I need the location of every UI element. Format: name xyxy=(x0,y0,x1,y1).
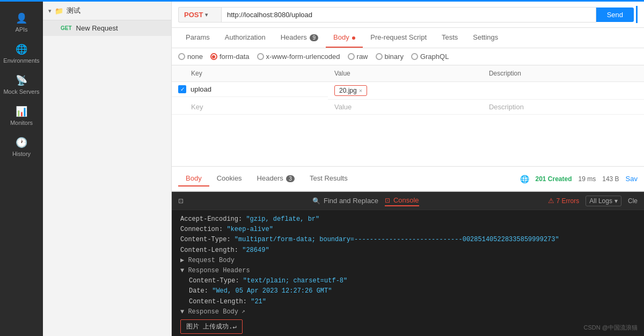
row-key-cell: ✓ upload xyxy=(172,82,328,97)
watermark: CSDN @中国流浪猫 xyxy=(584,324,638,332)
console-section-request-body[interactable]: ▶ Request Body xyxy=(180,256,635,266)
console-value: "multipart/form-data; boundary=---------… xyxy=(235,236,559,243)
console-key: Connection: xyxy=(180,226,226,233)
body-dot xyxy=(352,36,355,40)
request-body-label: ▶ Request Body xyxy=(180,257,235,264)
tab-params[interactable]: Params xyxy=(178,28,217,48)
sidebar-item-history[interactable]: 🕐 History xyxy=(0,131,43,162)
tab-tests[interactable]: Tests xyxy=(434,28,465,48)
sidebar-item-apis[interactable]: 👤 APIs xyxy=(0,7,43,38)
response-tab-headers[interactable]: Headers 3 xyxy=(250,171,302,186)
console-key: Content-Type: xyxy=(189,277,243,285)
radio-form-data[interactable]: form-data xyxy=(210,53,250,61)
radio-form-data-label: form-data xyxy=(219,53,250,61)
response-time: 19 ms xyxy=(579,175,596,183)
response-body-box: 图片 上传成功.↵ xyxy=(180,319,243,334)
radio-graphql-label: GraphQL xyxy=(420,53,449,61)
tab-console[interactable]: ⊡ Console xyxy=(385,195,419,206)
request-name: New Request xyxy=(76,24,118,32)
col-key-header: Key xyxy=(172,65,328,82)
radio-urlencoded-circle xyxy=(257,53,264,60)
request-bar: POST ▾ Send xyxy=(172,2,644,28)
console-line-resp-date: Date: "Wed, 05 Apr 2023 12:27:26 GMT" xyxy=(189,286,635,296)
sidebar-item-monitors-label: Monitors xyxy=(10,120,33,126)
sidebar-item-history-label: History xyxy=(12,151,31,157)
collection-header[interactable]: ▾ 📁 测试 xyxy=(43,2,171,20)
response-tab-test-results[interactable]: Test Results xyxy=(302,171,355,186)
form-table: Key Value Description ✓ upload xyxy=(172,65,644,115)
radio-graphql[interactable]: GraphQL xyxy=(411,53,449,61)
sidebar-item-monitors[interactable]: 📊 Monitors xyxy=(0,100,43,131)
sidebar-item-apis-label: APIs xyxy=(15,26,27,33)
headers-badge: 9 xyxy=(310,34,318,41)
tab-headers[interactable]: Headers 9 xyxy=(273,28,326,48)
bottom-panel: ⊡ 🔍 Find and Replace ⊡ Console ⚠ 7 Error… xyxy=(172,191,644,336)
radio-raw[interactable]: raw xyxy=(348,53,368,61)
radio-none[interactable]: none xyxy=(178,53,203,61)
response-tab-cookies[interactable]: Cookies xyxy=(209,171,250,186)
response-tab-body[interactable]: Body xyxy=(178,171,209,186)
mock-servers-icon: 📡 xyxy=(16,74,27,86)
tab-pre-request[interactable]: Pre-request Script xyxy=(363,28,434,48)
send-button[interactable]: Send xyxy=(596,8,634,22)
console-value: "21" xyxy=(251,298,266,305)
errors-count: 7 Errors xyxy=(557,197,580,205)
logs-select[interactable]: All Logs ▾ xyxy=(586,196,621,206)
clear-button[interactable]: Cle xyxy=(628,197,638,205)
method-select[interactable]: POST ▾ xyxy=(178,7,221,23)
placeholder-desc[interactable]: Description xyxy=(482,100,644,115)
row-checkbox[interactable]: ✓ xyxy=(178,85,186,93)
folder-icon: 📁 xyxy=(55,7,63,15)
radio-urlencoded[interactable]: x-www-form-urlencoded xyxy=(257,53,340,61)
history-icon: 🕐 xyxy=(16,137,27,148)
console-icon: ⊡ xyxy=(385,197,390,204)
logs-label: All Logs xyxy=(589,197,612,205)
request-tabs: Params Authorization Headers 9 Body Pre-… xyxy=(172,28,644,48)
radio-raw-label: raw xyxy=(357,53,368,61)
tab-settings[interactable]: Settings xyxy=(465,28,506,48)
response-body-expand-icon[interactable]: ↗ xyxy=(241,307,245,317)
console-value: "28649" xyxy=(242,247,269,254)
globe-icon[interactable]: 🌐 xyxy=(520,175,529,183)
console-key: Content-Type: xyxy=(180,236,235,243)
method-badge: GET xyxy=(61,25,72,31)
remove-value-icon[interactable]: × xyxy=(359,87,362,94)
response-bar: Body Cookies Headers 3 Test Results 🌐 20… xyxy=(172,166,644,191)
console-section-response-headers[interactable]: ▼ Response Headers xyxy=(180,266,635,276)
table-row: ✓ upload 20.jpg × xyxy=(172,82,644,100)
row-desc-cell xyxy=(482,82,644,100)
console-section-response-body[interactable]: ▼ Response Body ↗ xyxy=(180,307,635,317)
placeholder-key[interactable]: Key xyxy=(172,100,328,115)
sidebar: 👤 APIs 🌐 Environments 📡 Mock Servers 📊 M… xyxy=(0,2,43,336)
console-line-resp-content-length: Content-Length: "21" xyxy=(189,297,635,307)
col-value-header: Value xyxy=(328,65,482,82)
left-panel: ▾ 📁 测试 GET New Request xyxy=(43,2,172,336)
tab-body[interactable]: Body xyxy=(326,28,363,48)
expand-icon[interactable]: ⊡ xyxy=(178,197,184,205)
radio-graphql-circle xyxy=(411,53,418,60)
tab-authorization[interactable]: Authorization xyxy=(217,28,273,48)
value-tag: 20.jpg × xyxy=(334,85,367,96)
sidebar-item-mock-servers[interactable]: 📡 Mock Servers xyxy=(0,69,43,100)
errors-badge: ⚠ 7 Errors xyxy=(548,197,580,205)
radio-form-data-circle xyxy=(210,53,217,60)
response-body-section: 图片 上传成功.↵ xyxy=(180,319,635,334)
logs-chevron-icon: ▾ xyxy=(614,197,618,205)
tab-find-replace[interactable]: 🔍 Find and Replace xyxy=(312,196,378,206)
monitors-icon: 📊 xyxy=(16,106,27,117)
console-value: "text/plain; charset=utf-8" xyxy=(243,277,347,285)
value-cell: 20.jpg × xyxy=(334,85,476,96)
radio-binary[interactable]: binary xyxy=(376,53,404,61)
url-input[interactable] xyxy=(221,7,596,23)
request-item[interactable]: GET New Request xyxy=(43,20,171,36)
method-label: POST xyxy=(184,11,203,19)
warn-icon: ⚠ xyxy=(548,197,554,205)
radio-urlencoded-label: x-www-form-urlencoded xyxy=(266,53,340,61)
radio-raw-circle xyxy=(348,53,355,60)
radio-none-circle xyxy=(178,53,185,60)
console-value: "Wed, 05 Apr 2023 12:27:26 GMT" xyxy=(212,287,332,295)
collection-title: 测试 xyxy=(67,6,80,16)
save-button[interactable]: Sav xyxy=(626,175,638,183)
placeholder-value[interactable]: Value xyxy=(328,100,482,115)
sidebar-item-environments[interactable]: 🌐 Environments xyxy=(0,38,43,69)
